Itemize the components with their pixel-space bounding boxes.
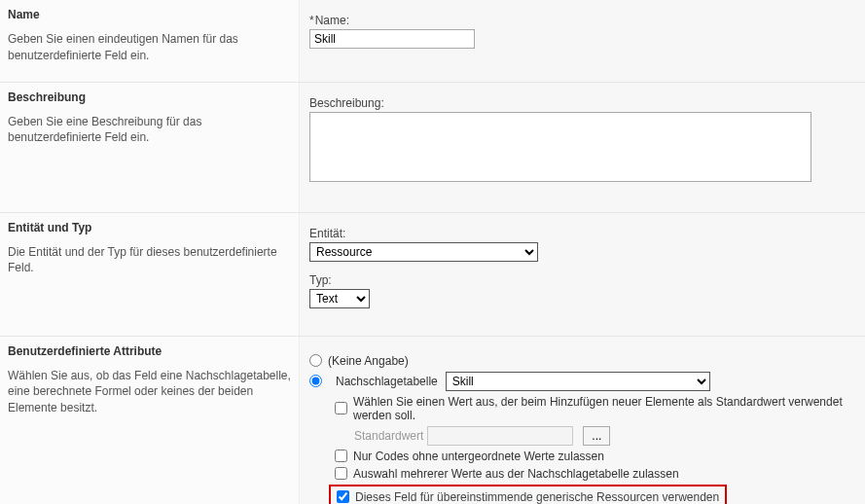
section-name-right: *Name: xyxy=(300,0,865,82)
checkbox-codes-label: Nur Codes ohne untergeordnete Werte zula… xyxy=(353,450,604,463)
radio-lookup-row: Nachschlagetabelle Skill xyxy=(309,372,855,391)
type-label: Typ: xyxy=(309,273,855,287)
checkbox-default-label: Wählen Sie einen Wert aus, der beim Hinz… xyxy=(353,395,855,422)
check-default-row: Wählen Sie einen Wert aus, der beim Hinz… xyxy=(335,395,855,422)
description-textarea[interactable] xyxy=(309,112,811,182)
section-entity-desc: Die Entität und der Typ für dieses benut… xyxy=(8,244,291,277)
section-description-right: Beschreibung: xyxy=(300,83,865,212)
radio-none-label: (Keine Angabe) xyxy=(328,354,409,368)
standard-value-label: Standardwert xyxy=(354,429,423,443)
entity-select[interactable]: Ressource xyxy=(309,242,538,262)
section-description-title: Beschreibung xyxy=(8,90,291,104)
lookup-select[interactable]: Skill xyxy=(446,372,710,391)
section-entity-title: Entität und Typ xyxy=(8,221,291,234)
name-input[interactable] xyxy=(309,29,475,49)
highlight-generic-resources: Dieses Feld für übereinstimmende generis… xyxy=(329,485,727,504)
section-entity-left: Entität und Typ Die Entität und der Typ … xyxy=(0,213,300,336)
section-entity-type: Entität und Typ Die Entität und der Typ … xyxy=(0,213,865,337)
check-codes-row: Nur Codes ohne untergeordnete Werte zula… xyxy=(335,450,855,463)
entity-label: Entität: xyxy=(309,227,855,240)
section-entity-right: Entität: Ressource Typ: Text xyxy=(300,213,865,336)
section-attributes-title: Benutzerdefinierte Attribute xyxy=(8,344,291,358)
section-attributes-desc: Wählen Sie aus, ob das Feld eine Nachsch… xyxy=(8,368,291,416)
checkbox-generic-label: Dieses Feld für übereinstimmende generis… xyxy=(355,490,719,504)
radio-none-row: (Keine Angabe) xyxy=(309,354,855,368)
required-star: * xyxy=(309,14,314,27)
section-name: Name Geben Sie einen eindeutigen Namen f… xyxy=(0,0,865,83)
section-attributes-right: (Keine Angabe) Nachschlagetabelle Skill … xyxy=(300,337,865,504)
checkbox-default[interactable] xyxy=(335,402,347,414)
standard-value-row: Standardwert ... xyxy=(354,426,855,446)
section-description-left: Beschreibung Geben Sie eine Beschreibung… xyxy=(0,83,300,212)
type-select[interactable]: Text xyxy=(309,289,370,308)
checkbox-multi[interactable] xyxy=(335,467,347,480)
radio-none[interactable] xyxy=(309,354,322,367)
section-attributes: Benutzerdefinierte Attribute Wählen Sie … xyxy=(0,337,865,504)
description-field-label: Beschreibung: xyxy=(309,96,855,110)
check-multi-row: Auswahl mehrerer Werte aus der Nachschla… xyxy=(335,467,855,481)
section-name-desc: Geben Sie einen eindeutigen Namen für da… xyxy=(8,31,291,64)
name-label-text: Name: xyxy=(315,14,349,27)
section-name-left: Name Geben Sie einen eindeutigen Namen f… xyxy=(0,0,300,82)
checkbox-generic[interactable] xyxy=(337,490,349,503)
section-attributes-left: Benutzerdefinierte Attribute Wählen Sie … xyxy=(0,337,300,504)
section-description: Beschreibung Geben Sie eine Beschreibung… xyxy=(0,83,865,213)
check-generic-wrapper: Dieses Feld für übereinstimmende generis… xyxy=(329,485,855,504)
standard-value-input xyxy=(427,426,573,446)
standard-value-browse-button[interactable]: ... xyxy=(583,426,610,446)
section-name-title: Name xyxy=(8,8,291,21)
radio-lookup[interactable] xyxy=(309,375,322,387)
section-description-desc: Geben Sie eine Beschreibung für das benu… xyxy=(8,114,291,147)
checkbox-multi-label: Auswahl mehrerer Werte aus der Nachschla… xyxy=(353,467,679,481)
checkbox-codes[interactable] xyxy=(335,450,347,462)
radio-lookup-label: Nachschlagetabelle xyxy=(336,375,438,388)
name-field-label: *Name: xyxy=(309,14,855,27)
